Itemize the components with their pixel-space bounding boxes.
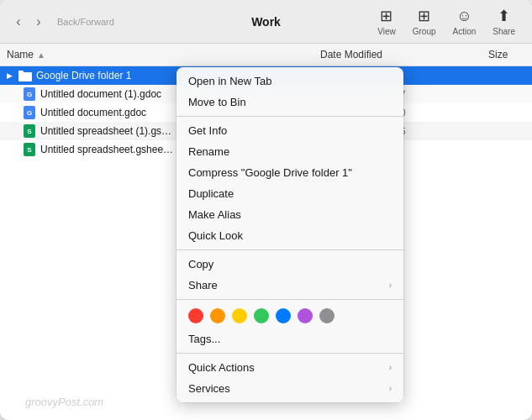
menu-item-label: Services	[188, 382, 230, 395]
menu-item-copy[interactable]: Copy	[176, 254, 403, 275]
share-button[interactable]: ⬆ Share	[486, 3, 522, 39]
folder-icon	[18, 69, 32, 82]
menu-item-label: Quick Actions	[188, 361, 255, 374]
tag-yellow[interactable]	[232, 308, 247, 323]
menu-item-label: Share	[188, 279, 218, 291]
size-column-header[interactable]: Size	[482, 47, 532, 62]
file-name: Untitled document.gdoc	[40, 107, 146, 118]
back-button[interactable]: ‹	[10, 13, 27, 30]
menu-item-label: Get Info	[188, 124, 227, 137]
menu-item-compress[interactable]: Compress "Google Drive folder 1"	[176, 162, 403, 183]
action-label: Action	[453, 27, 477, 36]
menu-item-duplicate[interactable]: Duplicate	[176, 183, 403, 204]
toolbar-right: ⊞ View ⊞ Group ☺ Action ⬆ Share	[371, 3, 522, 39]
group-icon: ⊞	[418, 7, 430, 25]
file-name: Untitled spreadsheet (1).gs…	[40, 125, 171, 137]
menu-item-label: Make Alias	[188, 208, 241, 221]
menu-item-rename[interactable]: Rename	[176, 141, 403, 162]
menu-item-share[interactable]: Share ›	[176, 275, 403, 296]
file-name: Untitled document (1).gdoc	[40, 88, 161, 100]
tag-purple[interactable]	[298, 308, 313, 323]
tag-red[interactable]	[188, 308, 203, 323]
column-headers: Name ▲ Date Modified Size	[0, 44, 532, 66]
menu-item-label: Move to Bin	[188, 96, 246, 108]
menu-item-services[interactable]: Services ›	[176, 378, 403, 399]
menu-item-label: Quick Look	[188, 229, 243, 242]
tag-green[interactable]	[254, 308, 269, 323]
group-button[interactable]: ⊞ Group	[406, 3, 443, 39]
file-name: Untitled spreadsheet.gshee…	[40, 144, 173, 155]
menu-item-tags[interactable]: Tags...	[176, 328, 403, 349]
group-label: Group	[413, 27, 436, 36]
gdoc-icon: G	[23, 106, 36, 119]
menu-separator	[176, 249, 403, 250]
view-button[interactable]: ⊞ View	[371, 3, 403, 39]
view-label: View	[377, 27, 396, 36]
menu-item-label: Copy	[188, 258, 213, 270]
menu-separator	[176, 299, 403, 300]
action-button[interactable]: ☺ Action	[446, 4, 483, 39]
tag-gray[interactable]	[319, 308, 334, 323]
share-label: Share	[492, 27, 515, 36]
action-icon: ☺	[456, 8, 471, 25]
menu-item-label: Rename	[188, 145, 229, 158]
menu-item-make-alias[interactable]: Make Alias	[176, 204, 403, 225]
nav-label: Back/Forward	[57, 17, 114, 27]
window-title: Work	[251, 15, 281, 29]
menu-item-quick-look[interactable]: Quick Look	[176, 225, 403, 246]
watermark: groovyPost.com	[25, 396, 103, 408]
submenu-arrow-icon: ›	[389, 281, 392, 290]
menu-item-label: Compress "Google Drive folder 1"	[188, 166, 352, 179]
context-menu: Open in New Tab Move to Bin Get Info Ren…	[176, 67, 403, 402]
name-column-header[interactable]: Name ▲	[0, 47, 313, 62]
menu-item-quick-actions[interactable]: Quick Actions ›	[176, 357, 403, 378]
submenu-arrow-icon: ›	[389, 384, 392, 393]
disclosure-triangle-icon: ▶	[7, 71, 13, 80]
forward-button[interactable]: ›	[30, 13, 47, 30]
submenu-arrow-icon: ›	[389, 363, 392, 372]
menu-item-label: Duplicate	[188, 187, 234, 200]
menu-separator	[176, 353, 403, 354]
menu-separator	[176, 116, 403, 117]
menu-item-label: Tags...	[188, 333, 220, 345]
gsheet-icon: S	[23, 143, 36, 156]
menu-item-label: Open in New Tab	[188, 75, 272, 87]
view-icon: ⊞	[380, 7, 392, 25]
nav-buttons: ‹ ›	[10, 13, 47, 30]
menu-item-get-info[interactable]: Get Info	[176, 120, 403, 141]
date-column-header[interactable]: Date Modified	[313, 47, 482, 62]
gsheet-icon: S	[23, 124, 36, 138]
sort-arrow-icon: ▲	[37, 50, 45, 60]
tag-orange[interactable]	[210, 308, 225, 323]
file-name: Google Drive folder 1	[36, 70, 131, 81]
title-bar: ‹ › Back/Forward Work ⊞ View ⊞ Group ☺ A…	[0, 0, 532, 44]
tags-row	[176, 303, 403, 328]
menu-item-open-new-tab[interactable]: Open in New Tab	[176, 71, 403, 92]
tag-blue[interactable]	[276, 308, 291, 323]
gdoc-icon: G	[23, 87, 36, 101]
menu-item-move-to-bin[interactable]: Move to Bin	[176, 92, 403, 113]
share-icon: ⬆	[498, 7, 510, 25]
